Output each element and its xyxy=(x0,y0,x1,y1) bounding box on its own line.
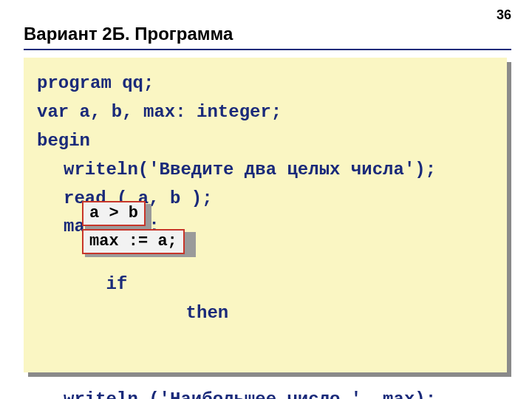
code-line: var a, b, max: integer; xyxy=(37,98,494,127)
code-line-if: if then xyxy=(37,242,494,357)
code-line: begin xyxy=(37,127,494,156)
if-keyword: if xyxy=(106,270,128,299)
page-number: 36 xyxy=(497,7,511,23)
fill-condition-box: a > b xyxy=(82,201,146,226)
title-underline xyxy=(24,49,511,50)
code-line: writeln('Введите два целых числа'); xyxy=(37,156,494,185)
fill-assignment-box: max := a; xyxy=(82,229,185,254)
then-keyword: then xyxy=(186,299,229,328)
code-line: writeln ('Наибольшее число ', max); xyxy=(37,386,494,399)
slide-title: Вариант 2Б. Программа xyxy=(24,24,233,44)
code-line xyxy=(37,357,494,386)
code-line: program qq; xyxy=(37,69,494,98)
